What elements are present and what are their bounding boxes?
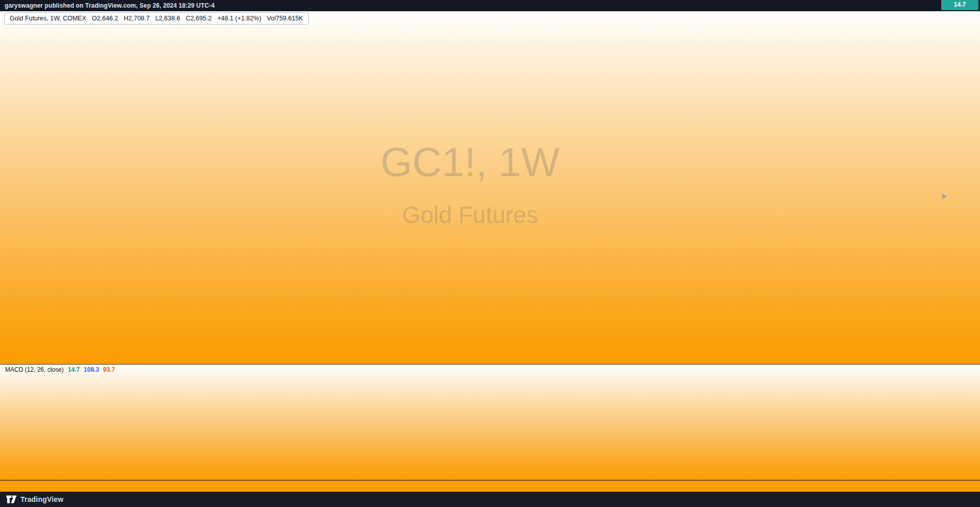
macd-title: MACD (12, 26, close) xyxy=(5,366,64,373)
macd-line-value: 108.3 xyxy=(84,366,99,373)
watermark-description: Gold Futures xyxy=(402,201,538,229)
legend-high: H2,708.7 xyxy=(124,15,150,22)
legend-low: L2,638.6 xyxy=(155,15,180,22)
macd-histogram-badge: 14.7 xyxy=(941,0,978,10)
macd-legend: MACD (12, 26, close) 14.7 108.3 93.7 xyxy=(5,366,115,373)
tradingview-brand-text: TradingView xyxy=(20,495,63,503)
macd-signal-value: 93.7 xyxy=(103,366,115,373)
publish-info-text: garyswagner published on TradingView.com… xyxy=(5,2,214,9)
time-axis[interactable] xyxy=(0,480,980,492)
legend-change: +48.1 (+1.82%) xyxy=(217,15,261,22)
legend-symbol: Gold Futures, 1W, COMEX xyxy=(10,15,86,22)
tradingview-logo-icon xyxy=(6,495,17,503)
price-pane[interactable]: GC1!, 1W Gold Futures Gold Futures, 1W, … xyxy=(0,11,980,364)
legend-close: C2,695.2 xyxy=(186,15,212,22)
legend-volume: Vol759.615K xyxy=(267,15,303,22)
legend-open: O2,646.2 xyxy=(92,15,118,22)
publish-info-bar: garyswagner published on TradingView.com… xyxy=(0,0,980,11)
macd-hist-value: 14.7 xyxy=(68,366,80,373)
macd-pane[interactable]: MACD (12, 26, close) 14.7 108.3 93.7 xyxy=(0,365,980,480)
watermark-symbol: GC1!, 1W xyxy=(380,139,559,186)
tradingview-chart-snapshot: garyswagner published on TradingView.com… xyxy=(0,0,980,507)
symbol-legend: Gold Futures, 1W, COMEX O2,646.2 H2,708.… xyxy=(4,12,309,25)
footer-bar: TradingView xyxy=(0,492,980,507)
price-scale-arrow-icon[interactable] xyxy=(942,194,947,200)
